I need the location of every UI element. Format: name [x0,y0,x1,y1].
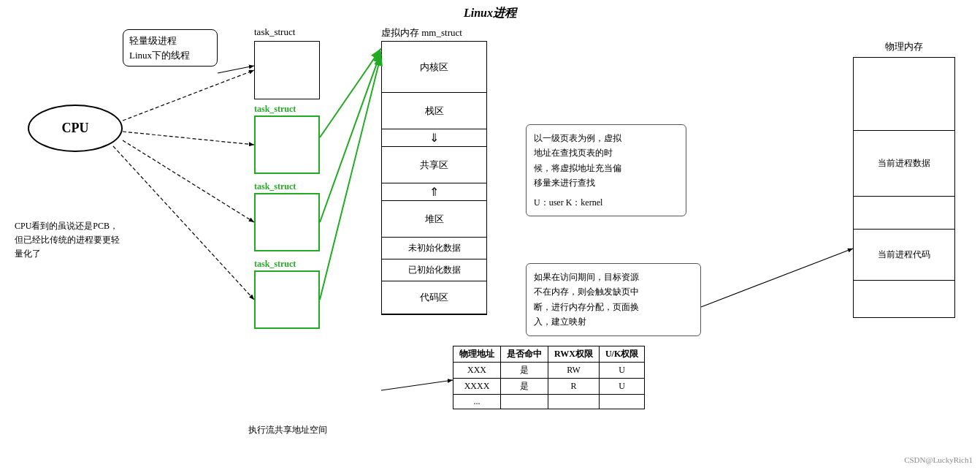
phys-mem-box: 当前进程数据 当前进程代码 [853,57,955,318]
task-struct-label-1: task_struct [254,104,296,115]
col-hit: 是否命中 [501,346,548,363]
callout-cpu-desc: CPU看到的虽说还是PCB，但已经比传统的进程要更轻量化了 [15,219,124,262]
page-table-area: 物理地址 是否命中 RWX权限 U/K权限 XXX 是 RW U XXXX 是 … [453,346,645,409]
vm-cell-down-arrow: ⇓ [382,129,486,147]
svg-line-10 [320,54,381,300]
phys-mem-gap [854,197,954,230]
vm-cell-heap: 堆区 [382,201,486,238]
vm-cell-init: 已初始化数据 [382,259,486,281]
col-uk: U/K权限 [599,346,644,363]
vm-cell-up-arrow: ⇑ [382,183,486,201]
col-phys-addr: 物理地址 [453,346,501,363]
page-container: Linux进程 CPU 轻量级进程 Linux下的线程 CPU看到的虽说还是PC… [0,0,980,470]
svg-line-6 [113,146,254,300]
task-struct-label-3: task_struct [254,259,296,270]
col-rwx: RWX权限 [548,346,600,363]
task-struct-box-2 [254,193,320,251]
task-struct-top-label: task_struct [254,26,295,38]
task-struct-box-1 [254,115,320,174]
vm-cell-shared: 共享区 [382,147,486,183]
callout-light-process: 轻量级进程 Linux下的线程 [123,29,218,67]
vm-title: 虚拟内存 mm_struct [381,26,462,39]
task-struct-label-2: task_struct [254,181,296,192]
svg-line-3 [123,70,254,121]
vm-cell-kernel: 内核区 [382,42,486,93]
svg-line-4 [123,132,254,145]
svg-line-11 [381,380,453,390]
svg-line-8 [320,48,381,137]
task-struct-box-0 [254,41,320,99]
table-row: XXX 是 RW U [453,363,645,379]
phys-mem-proc-code: 当前进程代码 [854,230,954,281]
physical-memory: 物理内存 当前进程数据 当前进程代码 [853,40,955,318]
info-box-page-table: 以一级页表为例，虚拟 地址在查找页表的时 候，将虚拟地址充当偏 移量来进行查找 … [526,124,686,216]
vm-box: 内核区 栈区 ⇓ 共享区 ⇑ 堆区 未初始化数据 已初始化数据 代码区 [381,41,487,314]
phys-mem-proc-data: 当前进程数据 [854,131,954,197]
vm-cell-stack: 栈区 [382,93,486,129]
info-box-page-fault: 如果在访问期间，目标资源 不在内存，则会触发缺页中 断，进行内存分配，页面换 入… [526,263,701,336]
phys-mem-empty-top [854,58,954,131]
svg-line-5 [123,140,254,222]
cpu-label: CPU [28,105,123,152]
svg-line-12 [701,249,853,307]
watermark: CSDN@LuckyRich1 [904,455,973,464]
phys-mem-empty-bottom [854,281,954,317]
exec-shared-label: 执行流共享地址空间 [248,424,327,436]
task-struct-box-3 [254,270,320,329]
vm-cell-uninit: 未初始化数据 [382,238,486,259]
page-title: Linux进程 [464,6,516,21]
svg-line-9 [320,51,381,222]
svg-line-7 [218,66,254,73]
phys-mem-title: 物理内存 [853,40,955,53]
table-row: XXXX 是 R U [453,379,645,395]
vm-cell-code: 代码区 [382,281,486,314]
table-row: ... [453,395,645,409]
page-table: 物理地址 是否命中 RWX权限 U/K权限 XXX 是 RW U XXXX 是 … [453,346,645,409]
